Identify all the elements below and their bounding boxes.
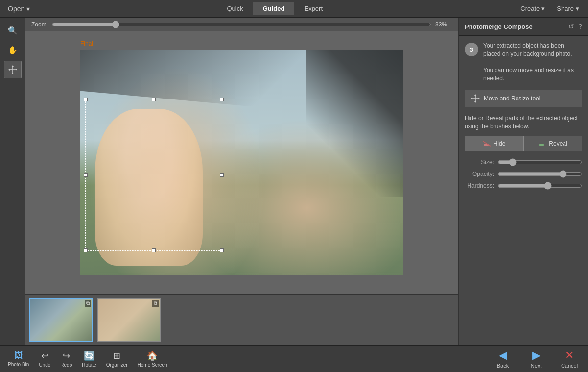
- zoom-bar: Zoom: 33%: [25, 18, 458, 31]
- create-dropdown-icon: ▾: [541, 5, 545, 12]
- hardness-slider-row: Hardness:: [465, 182, 582, 190]
- panel-content: 3 Your extracted object has been placed …: [459, 36, 588, 345]
- thumb1-image: [30, 299, 92, 341]
- brush-buttons: Hide Reveal: [465, 136, 582, 151]
- photo-bin-button[interactable]: 🖼 Photo Bin: [4, 348, 33, 369]
- mode-guided[interactable]: Guided: [253, 2, 295, 15]
- create-button[interactable]: Create ▾: [516, 3, 550, 14]
- hand-tool-icon: ✋: [8, 46, 18, 55]
- rotate-icon: 🔄: [84, 350, 94, 361]
- home-screen-button[interactable]: 🏠 Home Screen: [134, 348, 171, 370]
- back-label: Back: [497, 363, 509, 369]
- organizer-button[interactable]: ⊞ Organizer: [102, 348, 132, 370]
- move-resize-btn-label: Move and Resize tool: [484, 95, 540, 102]
- svg-rect-14: [539, 144, 544, 146]
- zoom-tool-icon: 🔍: [8, 26, 18, 35]
- move-resize-tool-button[interactable]: [4, 61, 22, 78]
- panel-icons: ↺ ?: [568, 23, 582, 30]
- svg-marker-8: [474, 94, 476, 96]
- canvas-image: [80, 50, 403, 275]
- share-label: Share: [557, 5, 574, 12]
- size-slider[interactable]: [498, 158, 582, 166]
- step-text-1: Your extracted object has been placed on…: [483, 42, 572, 57]
- subject-overlay: [95, 109, 203, 266]
- svg-marker-2: [12, 65, 14, 67]
- back-button[interactable]: ◀ Back: [488, 347, 517, 371]
- bottom-bar: 🖼 Photo Bin ↩ Undo ↪ Redo 🔄 Rotate ⊞ Org…: [0, 345, 588, 372]
- step-row: 3 Your extracted object has been placed …: [465, 42, 582, 83]
- top-bar: Open ▾ Quick Guided Expert Create ▾ Shar…: [0, 0, 588, 18]
- svg-marker-3: [12, 73, 14, 74]
- hide-brush-icon: [483, 140, 491, 148]
- canvas-image-container: Final: [80, 50, 403, 275]
- create-label: Create: [520, 5, 540, 12]
- photo-thumb-2[interactable]: ⧉: [97, 298, 161, 342]
- step-number: 3: [465, 43, 478, 56]
- redo-label: Redo: [60, 362, 72, 368]
- rotate-button[interactable]: 🔄 Rotate: [78, 348, 100, 370]
- undo-icon: ↩: [41, 350, 48, 361]
- zoom-tool-button[interactable]: 🔍: [4, 22, 22, 39]
- panel-refresh-button[interactable]: ↺: [568, 23, 574, 30]
- hide-label: Hide: [494, 140, 506, 147]
- photo-bin-label: Photo Bin: [8, 362, 29, 367]
- svg-marker-4: [8, 69, 10, 71]
- home-screen-label: Home Screen: [138, 362, 167, 368]
- panel-help-button[interactable]: ?: [578, 23, 582, 30]
- zoom-slider[interactable]: [52, 21, 431, 28]
- reveal-brush-icon: [538, 140, 546, 148]
- thumb2-image: [98, 299, 160, 341]
- hardness-slider[interactable]: [498, 182, 582, 190]
- svg-marker-9: [474, 101, 476, 103]
- next-button[interactable]: ▶ Next: [521, 347, 551, 371]
- mode-selector: Quick Guided Expert: [34, 2, 516, 15]
- zoom-percent: 33%: [435, 21, 452, 28]
- move-resize-btn-icon: [471, 94, 480, 103]
- canvas-wrapper: Final: [25, 31, 458, 294]
- step-text-2: You can now move and resize it as needed…: [483, 67, 574, 82]
- bottom-right: ◀ Back ▶ Next ✕ Cancel: [484, 347, 588, 371]
- mode-expert[interactable]: Expert: [294, 2, 332, 15]
- cancel-button[interactable]: ✕ Cancel: [555, 347, 584, 371]
- redo-button[interactable]: ↪ Redo: [56, 348, 76, 370]
- photo-thumb-1[interactable]: ⧉: [29, 298, 93, 342]
- main-area: 🔍 ✋ Zoom: 33% Final: [0, 18, 588, 345]
- cancel-label: Cancel: [561, 363, 578, 369]
- undo-button[interactable]: ↩ Undo: [35, 348, 54, 370]
- back-icon: ◀: [499, 349, 507, 362]
- hand-tool-button[interactable]: ✋: [4, 41, 22, 59]
- reveal-brush-button[interactable]: Reveal: [523, 136, 582, 151]
- canvas-label: Final: [80, 40, 93, 47]
- brush-section: Hide or Reveal parts of the extracted ob…: [465, 114, 582, 190]
- open-button[interactable]: Open ▾: [4, 3, 34, 15]
- thumb1-icon: ⧉: [85, 300, 91, 307]
- move-resize-icon: [8, 65, 18, 74]
- svg-marker-10: [471, 98, 472, 99]
- next-label: Next: [531, 363, 542, 369]
- next-icon: ▶: [532, 349, 541, 362]
- move-resize-tool-btn[interactable]: Move and Resize tool: [465, 90, 582, 107]
- zoom-label: Zoom:: [31, 21, 48, 28]
- panel-title: Photomerge Compose: [465, 23, 533, 30]
- share-button[interactable]: Share ▾: [552, 3, 584, 14]
- home-screen-icon: 🏠: [147, 350, 158, 361]
- open-dropdown-icon: ▾: [26, 5, 30, 13]
- bottom-left: 🖼 Photo Bin ↩ Undo ↪ Redo 🔄 Rotate ⊞ Org…: [0, 348, 450, 370]
- photo-bin-strip: ⧉ ⧉: [25, 294, 458, 345]
- svg-marker-5: [16, 69, 17, 71]
- right-panel: Photomerge Compose ↺ ? 3 Your extracted …: [458, 18, 588, 345]
- opacity-slider[interactable]: [498, 170, 582, 178]
- mode-quick[interactable]: Quick: [217, 2, 253, 15]
- svg-marker-11: [478, 98, 480, 99]
- left-toolbar: 🔍 ✋: [0, 18, 25, 345]
- organizer-icon: ⊞: [113, 350, 120, 361]
- open-label: Open: [8, 5, 24, 13]
- canvas-area: Zoom: 33% Final: [25, 18, 458, 345]
- brush-section-label: Hide or Reveal parts of the extracted ob…: [465, 114, 582, 131]
- share-dropdown-icon: ▾: [576, 5, 579, 12]
- photo-bin-icon: 🖼: [14, 350, 23, 361]
- step-text: Your extracted object has been placed on…: [483, 42, 582, 83]
- hide-brush-button[interactable]: Hide: [465, 136, 523, 151]
- organizer-label: Organizer: [106, 362, 128, 368]
- thumb2-icon: ⧉: [152, 300, 159, 307]
